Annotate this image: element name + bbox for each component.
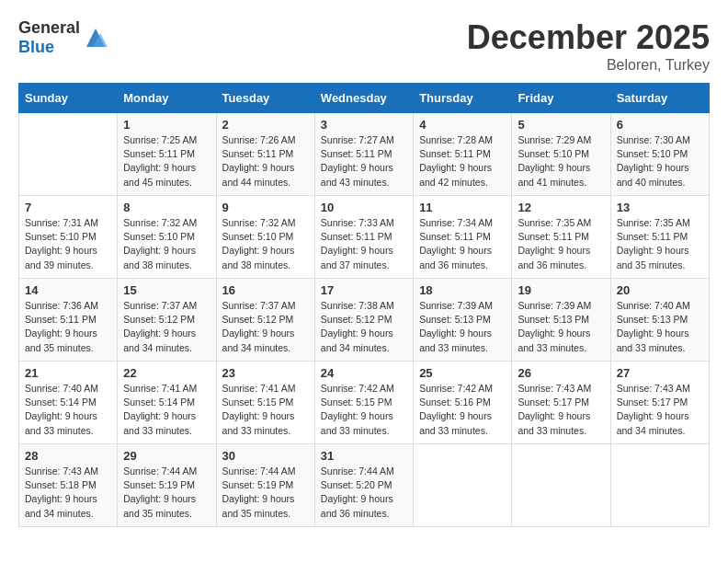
day-number: 17 [321, 283, 407, 297]
day-number: 15 [123, 283, 210, 297]
day-number: 27 [617, 366, 703, 380]
day-number: 11 [419, 201, 506, 214]
day-info: Sunrise: 7:43 AMSunset: 5:17 PMDaylight:… [617, 382, 703, 438]
day-number: 12 [518, 201, 604, 214]
day-info: Sunrise: 7:34 AMSunset: 5:11 PMDaylight:… [419, 216, 506, 272]
calendar-cell [610, 444, 709, 527]
day-info: Sunrise: 7:32 AMSunset: 5:10 PMDaylight:… [222, 216, 309, 272]
calendar-cell: 12Sunrise: 7:35 AMSunset: 5:11 PMDayligh… [512, 196, 610, 279]
day-info: Sunrise: 7:41 AMSunset: 5:14 PMDaylight:… [123, 382, 210, 438]
day-info: Sunrise: 7:41 AMSunset: 5:15 PMDaylight:… [222, 382, 309, 438]
calendar-cell: 18Sunrise: 7:39 AMSunset: 5:13 PMDayligh… [414, 279, 512, 362]
day-info: Sunrise: 7:40 AMSunset: 5:14 PMDaylight:… [25, 382, 111, 438]
calendar-cell: 5Sunrise: 7:29 AMSunset: 5:10 PMDaylight… [512, 113, 610, 196]
calendar-cell: 31Sunrise: 7:44 AMSunset: 5:20 PMDayligh… [314, 444, 413, 527]
day-info: Sunrise: 7:44 AMSunset: 5:19 PMDaylight:… [123, 465, 210, 521]
calendar-table: SundayMondayTuesdayWednesdayThursdayFrid… [18, 83, 710, 527]
col-header-monday: Monday [118, 84, 216, 113]
day-number: 4 [419, 118, 506, 132]
day-info: Sunrise: 7:44 AMSunset: 5:20 PMDaylight:… [321, 465, 407, 521]
header: General Blue December 2025 Beloren, Turk… [18, 18, 710, 74]
day-info: Sunrise: 7:37 AMSunset: 5:12 PMDaylight:… [123, 299, 210, 355]
calendar-week-row: 28Sunrise: 7:43 AMSunset: 5:18 PMDayligh… [19, 444, 710, 527]
day-info: Sunrise: 7:39 AMSunset: 5:13 PMDaylight:… [419, 299, 506, 355]
calendar-cell: 22Sunrise: 7:41 AMSunset: 5:14 PMDayligh… [118, 362, 216, 444]
day-number: 5 [518, 118, 604, 132]
day-number: 6 [617, 118, 703, 132]
day-number: 7 [25, 201, 111, 214]
col-header-sunday: Sunday [19, 84, 118, 113]
calendar-cell: 21Sunrise: 7:40 AMSunset: 5:14 PMDayligh… [19, 362, 118, 444]
day-number: 13 [617, 201, 703, 214]
day-number: 18 [419, 283, 506, 297]
calendar-cell: 26Sunrise: 7:43 AMSunset: 5:17 PMDayligh… [512, 362, 610, 444]
day-number: 3 [321, 118, 407, 132]
calendar-week-row: 1Sunrise: 7:25 AMSunset: 5:11 PMDaylight… [19, 113, 710, 196]
calendar-cell: 1Sunrise: 7:25 AMSunset: 5:11 PMDaylight… [118, 113, 216, 196]
calendar-cell: 17Sunrise: 7:38 AMSunset: 5:12 PMDayligh… [314, 279, 413, 362]
col-header-saturday: Saturday [610, 84, 709, 113]
day-info: Sunrise: 7:31 AMSunset: 5:10 PMDaylight:… [25, 216, 111, 272]
month-title: December 2025 [467, 18, 710, 57]
calendar-cell: 10Sunrise: 7:33 AMSunset: 5:11 PMDayligh… [314, 196, 413, 279]
calendar-cell: 4Sunrise: 7:28 AMSunset: 5:11 PMDaylight… [414, 113, 512, 196]
col-header-thursday: Thursday [414, 84, 512, 113]
day-info: Sunrise: 7:36 AMSunset: 5:11 PMDaylight:… [25, 299, 111, 355]
day-info: Sunrise: 7:43 AMSunset: 5:17 PMDaylight:… [518, 382, 604, 438]
logo-icon [82, 24, 109, 52]
location-subtitle: Beloren, Turkey [467, 57, 710, 74]
calendar-cell: 20Sunrise: 7:40 AMSunset: 5:13 PMDayligh… [610, 279, 709, 362]
day-number: 2 [222, 118, 309, 132]
logo-text: General Blue [18, 18, 80, 57]
day-number: 21 [25, 366, 111, 380]
day-number: 23 [222, 366, 309, 380]
calendar-week-row: 7Sunrise: 7:31 AMSunset: 5:10 PMDaylight… [19, 196, 710, 279]
day-info: Sunrise: 7:44 AMSunset: 5:19 PMDaylight:… [222, 465, 309, 521]
calendar-cell: 11Sunrise: 7:34 AMSunset: 5:11 PMDayligh… [414, 196, 512, 279]
calendar-week-row: 21Sunrise: 7:40 AMSunset: 5:14 PMDayligh… [19, 362, 710, 444]
day-number: 20 [617, 283, 703, 297]
day-info: Sunrise: 7:33 AMSunset: 5:11 PMDaylight:… [321, 216, 407, 272]
day-info: Sunrise: 7:43 AMSunset: 5:18 PMDaylight:… [25, 465, 111, 521]
day-info: Sunrise: 7:30 AMSunset: 5:10 PMDaylight:… [617, 133, 703, 190]
calendar-cell [512, 444, 610, 527]
logo: General Blue [18, 18, 109, 57]
col-header-friday: Friday [512, 84, 610, 113]
day-number: 9 [222, 201, 309, 214]
day-number: 24 [321, 366, 407, 380]
day-info: Sunrise: 7:39 AMSunset: 5:13 PMDaylight:… [518, 299, 604, 355]
calendar-cell: 14Sunrise: 7:36 AMSunset: 5:11 PMDayligh… [19, 279, 118, 362]
calendar-cell: 19Sunrise: 7:39 AMSunset: 5:13 PMDayligh… [512, 279, 610, 362]
calendar-cell: 16Sunrise: 7:37 AMSunset: 5:12 PMDayligh… [216, 279, 314, 362]
calendar-cell: 30Sunrise: 7:44 AMSunset: 5:19 PMDayligh… [216, 444, 314, 527]
calendar-cell: 25Sunrise: 7:42 AMSunset: 5:16 PMDayligh… [414, 362, 512, 444]
day-info: Sunrise: 7:35 AMSunset: 5:11 PMDaylight:… [518, 216, 604, 272]
day-info: Sunrise: 7:40 AMSunset: 5:13 PMDaylight:… [617, 299, 703, 355]
calendar-cell: 27Sunrise: 7:43 AMSunset: 5:17 PMDayligh… [610, 362, 709, 444]
logo-blue: Blue [18, 38, 54, 56]
day-info: Sunrise: 7:26 AMSunset: 5:11 PMDaylight:… [222, 133, 309, 190]
calendar-week-row: 14Sunrise: 7:36 AMSunset: 5:11 PMDayligh… [19, 279, 710, 362]
calendar-cell: 9Sunrise: 7:32 AMSunset: 5:10 PMDaylight… [216, 196, 314, 279]
day-number: 16 [222, 283, 309, 297]
day-number: 30 [222, 449, 309, 463]
day-info: Sunrise: 7:42 AMSunset: 5:16 PMDaylight:… [419, 382, 506, 438]
day-number: 1 [123, 118, 210, 132]
col-header-tuesday: Tuesday [216, 84, 314, 113]
day-info: Sunrise: 7:27 AMSunset: 5:11 PMDaylight:… [321, 133, 407, 190]
day-info: Sunrise: 7:29 AMSunset: 5:10 PMDaylight:… [518, 133, 604, 190]
logo-general: General [18, 18, 80, 37]
calendar-cell: 29Sunrise: 7:44 AMSunset: 5:19 PMDayligh… [118, 444, 216, 527]
day-number: 10 [321, 201, 407, 214]
day-number: 8 [123, 201, 210, 214]
calendar-cell: 2Sunrise: 7:26 AMSunset: 5:11 PMDaylight… [216, 113, 314, 196]
title-area: December 2025 Beloren, Turkey [467, 18, 710, 74]
calendar-cell [414, 444, 512, 527]
calendar-cell: 28Sunrise: 7:43 AMSunset: 5:18 PMDayligh… [19, 444, 118, 527]
day-info: Sunrise: 7:28 AMSunset: 5:11 PMDaylight:… [419, 133, 506, 190]
calendar-cell: 7Sunrise: 7:31 AMSunset: 5:10 PMDaylight… [19, 196, 118, 279]
calendar-cell: 15Sunrise: 7:37 AMSunset: 5:12 PMDayligh… [118, 279, 216, 362]
calendar-cell: 24Sunrise: 7:42 AMSunset: 5:15 PMDayligh… [314, 362, 413, 444]
day-number: 22 [123, 366, 210, 380]
day-info: Sunrise: 7:35 AMSunset: 5:11 PMDaylight:… [617, 216, 703, 272]
